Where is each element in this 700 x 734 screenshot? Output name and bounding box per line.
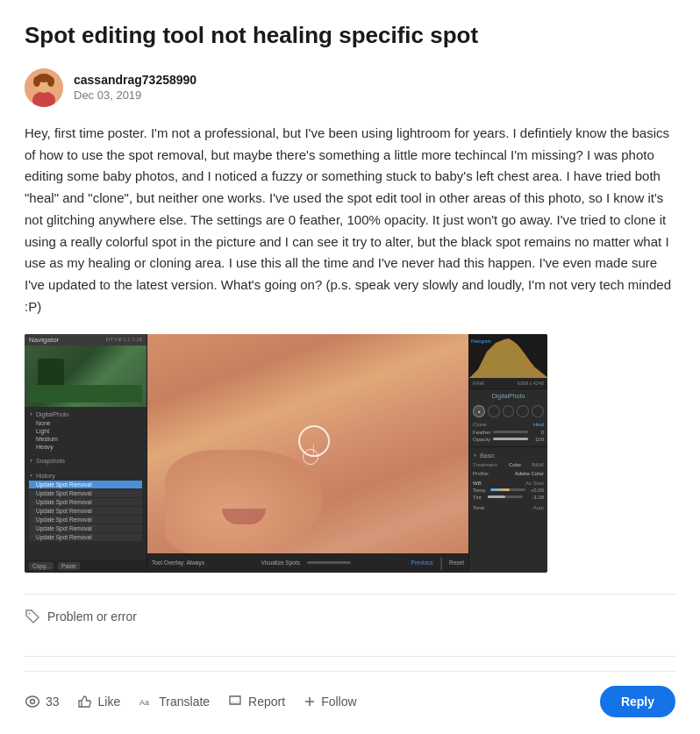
follow-button[interactable]: Follow — [303, 695, 356, 709]
views-count: 33 — [46, 695, 60, 709]
report-label: Report — [248, 695, 285, 709]
lr-nav-thumb — [25, 346, 146, 407]
avatar — [25, 68, 63, 107]
report-button[interactable]: Report — [227, 694, 285, 709]
reply-button[interactable]: Reply — [600, 686, 675, 717]
svg-point-11 — [31, 699, 35, 703]
like-button[interactable]: Like — [77, 694, 121, 709]
post-image: Navigator FIT Fill 1:1 1:16 DigitalPhoto… — [25, 334, 547, 573]
like-label: Like — [98, 695, 121, 709]
svg-point-4 — [33, 76, 40, 87]
lr-presets-section: DigitalPhoto None Light Medium Heavy — [25, 407, 146, 453]
report-icon — [227, 694, 243, 709]
svg-point-5 — [47, 76, 54, 87]
divider — [25, 594, 675, 595]
translate-icon: Aa — [138, 694, 154, 709]
lr-spot-removal: Clone Heal Feather 0 Opacity 100 — [469, 420, 547, 445]
author-name: cassandrag73258990 — [74, 73, 196, 87]
views-item: 33 — [25, 695, 60, 709]
follow-label: Follow — [321, 695, 356, 709]
lr-right-panel: Histogram RAW 6368 x 4248 DigitalPhoto ● — [468, 334, 547, 573]
post-body: Hey, first time poster. I'm not a profes… — [25, 123, 675, 318]
lr-bottom-toolbar: Tool Overlay: Always Visualize Spots Pre… — [147, 553, 468, 573]
lr-navigator-header: Navigator FIT Fill 1:1 1:16 — [25, 334, 146, 346]
post-tag: Problem or error — [25, 609, 137, 624]
translate-label: Translate — [159, 695, 210, 709]
lr-left-panel: Navigator FIT Fill 1:1 1:16 DigitalPhoto… — [25, 334, 147, 573]
post-title: Spot editing tool not healing specific s… — [25, 21, 675, 51]
lr-bottom-bar: Copy... Paste — [25, 559, 146, 573]
lr-digital-photo: DigitalPhoto — [469, 389, 547, 403]
svg-point-10 — [29, 612, 31, 614]
post-date: Dec 03, 2019 — [74, 89, 196, 102]
author-row: cassandrag73258990 Dec 03, 2019 — [25, 68, 675, 107]
lr-history-section: History Update Spot Removal Update Spot … — [25, 468, 146, 545]
svg-text:Aa: Aa — [139, 698, 149, 707]
like-icon — [77, 694, 93, 709]
lr-center: Tool Overlay: Always Visualize Spots Pre… — [147, 334, 468, 573]
translate-button[interactable]: Aa Translate — [138, 694, 210, 709]
follow-plus-icon — [303, 695, 317, 709]
lr-tool-row: ● — [469, 403, 547, 420]
action-left: 33 Like Aa Translate Report — [25, 694, 357, 709]
lr-snapshots-section: Snapshots — [25, 453, 146, 468]
tag-icon — [25, 609, 40, 624]
divider-bottom — [25, 656, 675, 657]
lr-histogram: Histogram — [469, 334, 547, 378]
views-icon — [25, 695, 40, 708]
svg-text:Histogram: Histogram — [471, 338, 491, 344]
author-info: cassandrag73258990 Dec 03, 2019 — [74, 73, 196, 102]
lr-basic-section: Basic Treatment: Color B&W Profile: Adob… — [469, 449, 547, 513]
tag-label: Problem or error — [47, 609, 137, 624]
action-bar: 33 Like Aa Translate Report — [25, 671, 675, 717]
lightroom-mockup: Navigator FIT Fill 1:1 1:16 DigitalPhoto… — [25, 334, 547, 573]
